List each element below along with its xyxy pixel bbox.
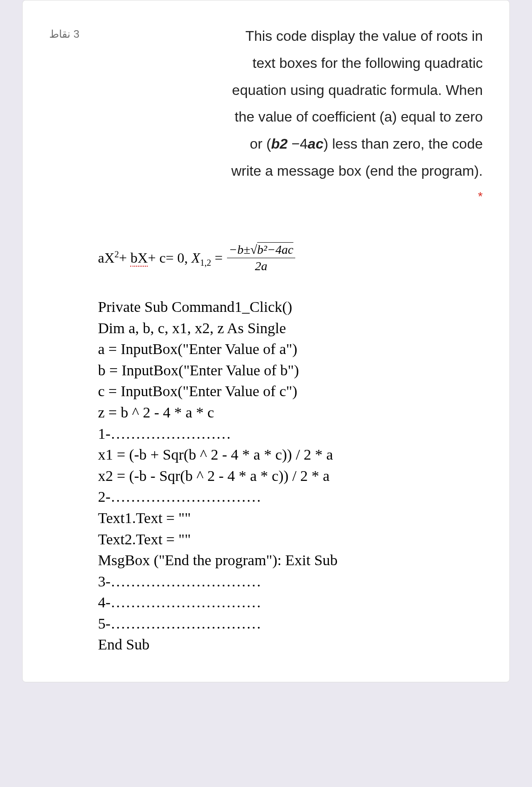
required-star: * [88, 185, 483, 208]
code-line: a = InputBox("Enter Value of a") [98, 338, 483, 360]
formula-numerator: −b±√b²−4ac [227, 243, 295, 258]
code-line: Private Sub Command1_Click() [98, 296, 483, 318]
formula: aX2+ bX+ c= 0, X1,2 = −b±√b²−4ac 2a [98, 244, 483, 274]
q-line5-mid: −4 [288, 136, 308, 152]
question-card: 3 نقاط This code display the value of ro… [22, 0, 510, 682]
formula-lhs: aX2+ bX+ c= 0, X1,2 = [98, 249, 223, 268]
code-line: Text2.Text = "" [98, 529, 483, 550]
code-line: b = InputBox("Enter Value of b") [98, 360, 483, 381]
q-line3: equation using quadratic formula. When [232, 82, 483, 98]
formula-fraction: −b±√b²−4ac 2a [227, 243, 295, 273]
q-line5-b2: ac [308, 136, 324, 152]
q-line2: text boxes for the following quadratic [253, 55, 483, 71]
question-header: 3 نقاط This code display the value of ro… [49, 23, 483, 208]
code-line: x2 = (-b - Sqr(b ^ 2 - 4 * a * c)) / 2 *… [98, 465, 483, 487]
q-line1: This code display the value of roots in [246, 28, 483, 44]
points-label: 3 نقاط [49, 28, 79, 40]
code-line: Text1.Text = "" [98, 508, 483, 529]
code-line: 5-………………………… [98, 613, 483, 634]
code-line: End Sub [98, 634, 483, 655]
code-line: 1-…………………… [98, 423, 483, 445]
formula-denominator: 2a [255, 258, 267, 273]
q-line5-b1: b2 [271, 136, 287, 152]
code-line: c = InputBox("Enter Value of c") [98, 381, 483, 402]
code-line: 2-………………………… [98, 486, 483, 508]
q-line5-pre: or ( [250, 136, 271, 152]
code-line: 4-………………………… [98, 592, 483, 613]
code-block: Private Sub Command1_Click() Dim a, b, c… [98, 296, 483, 655]
q-line6: write a message box (end the program). [231, 163, 483, 179]
code-line: MsgBox ("End the program"): Exit Sub [98, 550, 483, 571]
code-line: x1 = (-b + Sqr(b ^ 2 - 4 * a * c)) / 2 *… [98, 444, 483, 465]
question-text: This code display the value of roots in … [79, 23, 483, 208]
code-line: 3-………………………… [98, 571, 483, 592]
code-line: z = b ^ 2 - 4 * a * c [98, 402, 483, 423]
q-line5-post: ) less than zero, the code [324, 136, 483, 152]
q-line4: the value of coefficient (a) equal to ze… [235, 109, 483, 125]
code-line: Dim a, b, c, x1, x2, z As Single [98, 318, 483, 339]
